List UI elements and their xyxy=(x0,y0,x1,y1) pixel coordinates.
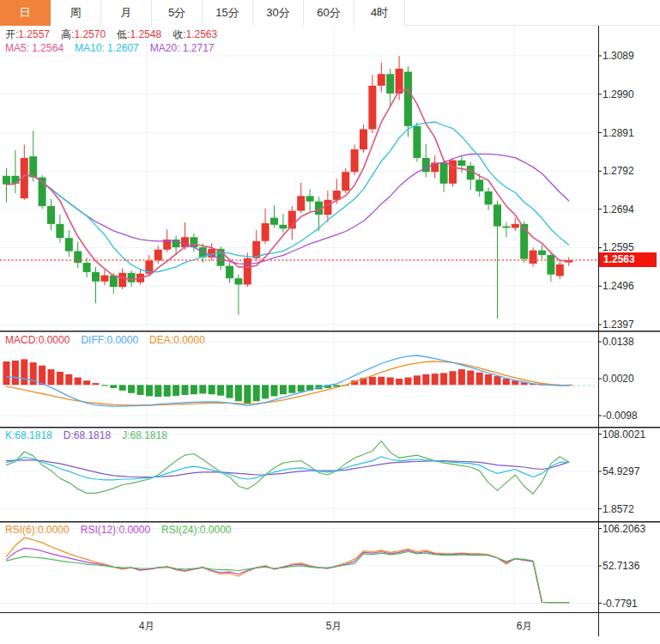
legend-value: : 1.2717 xyxy=(177,42,214,54)
legend-value: :0.0000 xyxy=(197,524,231,536)
kdj-panel: K:68.1818D:68.1818J:68.1818 108.002154.9… xyxy=(0,427,660,521)
legend-value: :1.2563 xyxy=(183,28,217,40)
legend-item-MA20: MA20: 1.2717 xyxy=(150,42,215,54)
legend-item-开: 开:1.2557 xyxy=(5,28,50,40)
tab-day[interactable]: 日 xyxy=(0,0,51,26)
tab-month[interactable]: 月 xyxy=(101,0,152,26)
legend-label: 开 xyxy=(5,28,15,40)
x-axis-label: 4月 xyxy=(139,619,155,634)
y-axis-label: 108.0021 xyxy=(602,429,645,440)
y-axis-label: 1.2891 xyxy=(602,128,634,139)
y-axis-label: 0.0138 xyxy=(602,337,634,348)
legend-value: :0.0000 xyxy=(35,524,70,536)
k-line xyxy=(7,457,569,480)
legend-item-MA10: MA10: 1.2607 xyxy=(75,42,139,54)
rsi-legend: RSI(6):0.0000RSI(12):0.0000RSI(24):0.000… xyxy=(5,524,243,537)
dea-line xyxy=(7,361,569,405)
ma-legend: MA5: 1.2564MA10: 1.2607MA20: 1.2717 xyxy=(5,42,226,55)
ma10-line xyxy=(7,122,569,272)
y-axis-label: 52.7136 xyxy=(602,561,639,572)
x-axis-label: 6月 xyxy=(517,619,533,634)
legend-value: :0.0000 xyxy=(104,334,138,346)
legend-value: :0.0000 xyxy=(116,524,150,536)
y-axis-label: 1.2496 xyxy=(602,281,634,292)
tab-4hour[interactable]: 4时 xyxy=(354,0,405,26)
y-axis-label: 1.2694 xyxy=(602,204,634,216)
x-axis-label: 5月 xyxy=(326,619,342,634)
tab-week[interactable]: 周 xyxy=(51,0,101,26)
y-axis-label: 1.3089 xyxy=(602,51,634,62)
tab-15min[interactable]: 15分 xyxy=(203,0,253,26)
candlestick-series xyxy=(3,56,572,319)
tab-5min[interactable]: 5分 xyxy=(152,0,203,26)
y-axis-label: 1.2792 xyxy=(602,166,634,177)
legend-value: :68.1818 xyxy=(127,429,167,441)
legend-label: 高 xyxy=(61,28,71,40)
kdj-legend: K:68.1818D:68.1818J:68.1818 xyxy=(5,429,179,442)
legend-label: K xyxy=(5,429,12,441)
tab-30min[interactable]: 30分 xyxy=(253,0,304,26)
legend-item-MACD: MACD:0.0000 xyxy=(5,334,70,346)
rsi6-line xyxy=(7,538,569,603)
legend-item-RSI(12): RSI(12):0.0000 xyxy=(81,524,150,536)
legend-label: DIFF xyxy=(81,334,104,346)
legend-item-DEA: DEA:0.0000 xyxy=(149,334,205,346)
legend-value: :1.2570 xyxy=(71,28,106,40)
y-axis-label: 1.8572 xyxy=(602,504,634,515)
legend-item-低: 低:1.2548 xyxy=(117,28,161,40)
legend-item-D: D:68.1818 xyxy=(64,429,111,441)
legend-value: :1.2557 xyxy=(15,28,50,40)
legend-label: 低 xyxy=(117,28,127,40)
ma5-line xyxy=(7,89,569,279)
y-axis-label: 106.2063 xyxy=(602,524,645,535)
legend-item-RSI(6): RSI(6):0.0000 xyxy=(5,524,70,536)
y-axis-label: -0.0098 xyxy=(602,410,638,422)
main-chart-canvas[interactable] xyxy=(0,26,660,331)
tab-60min[interactable]: 60分 xyxy=(304,0,354,26)
y-axis-label: 54.9297 xyxy=(602,466,639,477)
legend-item-J: J:68.1818 xyxy=(122,429,167,441)
x-axis: 4月5月6月 xyxy=(0,612,660,640)
timeframe-tabbar: 日周月5分15分30分60分4时 xyxy=(0,0,660,26)
rsi-panel: RSI(6):0.0000RSI(12):0.0000RSI(24):0.000… xyxy=(0,521,660,612)
legend-value: :68.1818 xyxy=(70,429,111,441)
macd-panel: MACD:0.0000DIFF:0.0000DEA:0.0000 0.01380… xyxy=(0,331,660,427)
y-axis-label: -0.7791 xyxy=(602,598,638,610)
axis-corner-line xyxy=(598,613,599,636)
legend-value: :0.0000 xyxy=(35,334,70,346)
main-price-panel: 开:1.2557高:1.2570低:1.2548收:1.2563 MA5: 1.… xyxy=(0,26,660,331)
macd-histogram xyxy=(3,359,572,404)
macd-legend: MACD:0.0000DIFF:0.0000DEA:0.0000 xyxy=(5,334,216,347)
legend-value: :0.0000 xyxy=(171,334,205,346)
trading-chart-app: 日周月5分15分30分60分4时 开:1.2557高:1.2570低:1.254… xyxy=(0,0,660,644)
legend-item-高: 高:1.2570 xyxy=(61,28,106,40)
legend-label: RSI(6) xyxy=(5,524,35,536)
y-axis-label: 1.2990 xyxy=(602,89,634,100)
tabbar-spacer xyxy=(405,0,660,25)
legend-value: :1.2548 xyxy=(127,28,161,40)
legend-value: : 1.2607 xyxy=(101,42,138,54)
legend-item-收: 收:1.2563 xyxy=(173,28,217,40)
legend-label: MA10 xyxy=(75,42,101,54)
current-price-badge: 1.2563 xyxy=(599,252,657,267)
legend-value: : 1.2564 xyxy=(27,42,64,54)
legend-label: MA5 xyxy=(5,42,27,54)
y-axis-label: 0.0020 xyxy=(602,374,634,385)
y-axis-label: 1.2397 xyxy=(602,319,634,331)
legend-label: MACD xyxy=(5,334,35,346)
legend-label: MA20 xyxy=(150,42,177,54)
ohlc-legend: 开:1.2557高:1.2570低:1.2548收:1.2563 xyxy=(5,28,228,41)
legend-item-K: K:68.1818 xyxy=(5,429,52,441)
legend-label: RSI(24) xyxy=(161,524,197,536)
legend-item-DIFF: DIFF:0.0000 xyxy=(81,334,138,346)
legend-label: 收 xyxy=(173,28,183,40)
legend-item-RSI(24): RSI(24):0.0000 xyxy=(161,524,231,536)
rsi12-line xyxy=(7,548,569,602)
legend-item-MA5: MA5: 1.2564 xyxy=(5,42,64,54)
legend-label: DEA xyxy=(149,334,171,346)
rsi24-line xyxy=(7,552,569,603)
legend-label: RSI(12) xyxy=(81,524,116,536)
legend-value: :68.1818 xyxy=(12,429,52,441)
